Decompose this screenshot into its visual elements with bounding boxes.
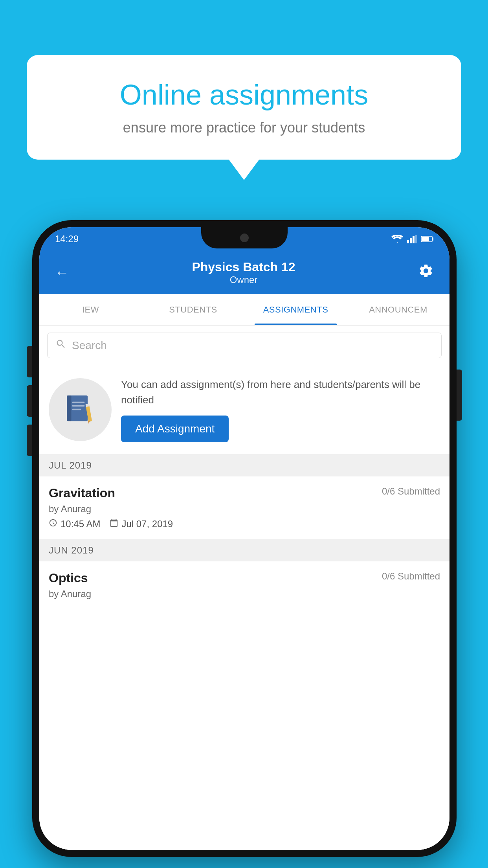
status-time: 14:29 [55, 234, 79, 245]
assignment-gravitation-meta: 10:45 AM Jul 07, 2019 [49, 519, 440, 530]
search-placeholder: Search [72, 339, 107, 352]
add-assignment-button[interactable]: Add Assignment [121, 416, 229, 442]
promo-icon-circle [49, 378, 112, 441]
assignment-item-gravitation[interactable]: Gravitation 0/6 Submitted by Anurag 10:4… [39, 476, 449, 539]
app-bar-title: Physics Batch 12 [73, 260, 414, 274]
assignment-gravitation-title: Gravitation [49, 486, 115, 500]
assignment-optics-header: Optics 0/6 Submitted [49, 571, 440, 585]
gear-icon [418, 263, 434, 279]
speech-bubble: Online assignments ensure more practice … [27, 55, 461, 160]
assignment-item-optics[interactable]: Optics 0/6 Submitted by Anurag [39, 561, 449, 613]
speech-bubble-container: Online assignments ensure more practice … [27, 55, 461, 160]
speech-bubble-subtitle: ensure more practice for your students [54, 120, 434, 136]
search-bar[interactable]: Search [47, 333, 442, 358]
tab-announcements[interactable]: ANNOUNCEM [347, 294, 449, 325]
tab-iew[interactable]: IEW [39, 294, 142, 325]
search-icon [55, 338, 66, 352]
svg-rect-9 [72, 402, 85, 403]
notch-camera [240, 234, 249, 242]
notch [201, 227, 288, 248]
app-bar-subtitle: Owner [73, 274, 414, 285]
wifi-icon [391, 235, 403, 243]
content-area: Search [39, 326, 449, 850]
svg-rect-1 [410, 238, 412, 243]
signal-icon [407, 235, 417, 243]
settings-button[interactable] [414, 259, 438, 286]
assignment-gravitation-author: by Anurag [49, 504, 440, 515]
svg-marker-13 [88, 421, 90, 424]
assignment-gravitation-time: 10:45 AM [49, 519, 100, 530]
svg-rect-8 [67, 395, 71, 421]
clock-icon [49, 519, 57, 530]
status-icons [391, 235, 434, 243]
phone-outer: 14:29 [32, 220, 457, 857]
svg-rect-3 [415, 235, 417, 243]
phone-screen: 14:29 [39, 227, 449, 850]
promo-text-area: You can add assignment(s) from here and … [121, 377, 440, 442]
svg-rect-5 [422, 237, 429, 241]
svg-rect-6 [432, 237, 433, 241]
search-bar-container: Search [39, 326, 449, 365]
section-header-jun: JUN 2019 [39, 539, 449, 561]
phone-wrapper: 14:29 [32, 220, 457, 857]
svg-rect-10 [72, 405, 85, 406]
tabs-bar: IEW STUDENTS ASSIGNMENTS ANNOUNCEM [39, 294, 449, 326]
battery-icon [421, 235, 434, 243]
calendar-icon [110, 519, 118, 530]
app-bar: ← Physics Batch 12 Owner [39, 251, 449, 294]
back-button[interactable]: ← [51, 260, 73, 285]
assignment-gravitation-submitted: 0/6 Submitted [382, 486, 440, 497]
tab-assignments[interactable]: ASSIGNMENTS [244, 294, 347, 325]
assignment-optics-author: by Anurag [49, 588, 440, 600]
notebook-svg-icon [62, 392, 98, 427]
section-header-jul: JUL 2019 [39, 454, 449, 476]
svg-rect-11 [72, 409, 81, 410]
tab-students[interactable]: STUDENTS [142, 294, 244, 325]
promo-description: You can add assignment(s) from here and … [121, 377, 440, 408]
assignment-gravitation-time-text: 10:45 AM [61, 519, 100, 530]
svg-rect-0 [407, 240, 409, 243]
assignment-gravitation-header: Gravitation 0/6 Submitted [49, 486, 440, 500]
svg-rect-2 [413, 236, 415, 243]
speech-bubble-title: Online assignments [54, 79, 434, 111]
svg-rect-7 [69, 395, 88, 421]
assignment-optics-submitted: 0/6 Submitted [382, 571, 440, 582]
app-bar-title-area: Physics Batch 12 Owner [73, 260, 414, 285]
assignment-gravitation-date-text: Jul 07, 2019 [121, 519, 173, 530]
promo-section: You can add assignment(s) from here and … [39, 365, 449, 454]
assignment-optics-title: Optics [49, 571, 88, 585]
assignment-gravitation-date: Jul 07, 2019 [110, 519, 173, 530]
